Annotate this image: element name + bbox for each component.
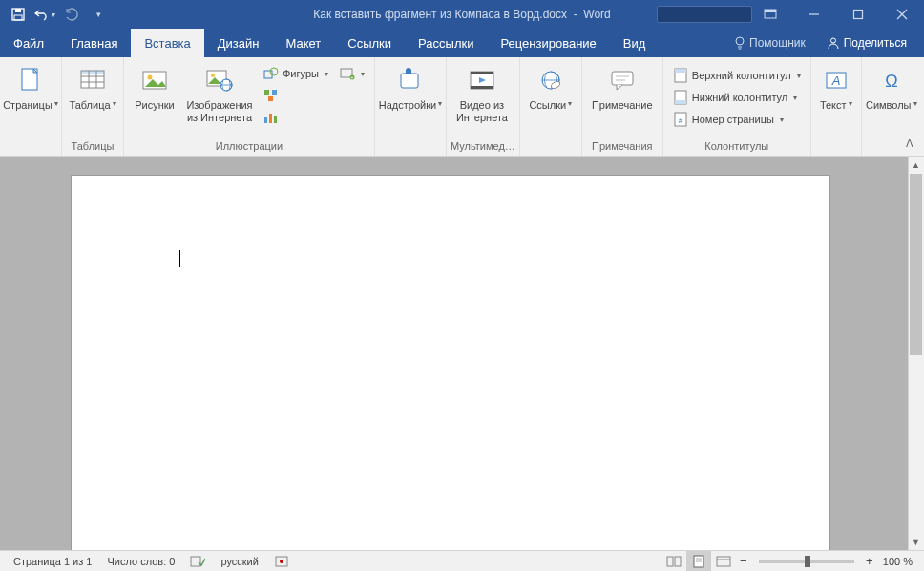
- svg-point-26: [270, 68, 278, 75]
- page-indicator[interactable]: Страница 1 из 1: [6, 551, 99, 571]
- comment-icon: [607, 65, 638, 95]
- language-indicator[interactable]: русский: [213, 551, 265, 571]
- chart-button[interactable]: [258, 107, 334, 128]
- person-icon: [827, 36, 840, 50]
- text-cursor: [179, 250, 180, 267]
- online-video-button[interactable]: Видео из Интернета: [451, 61, 514, 126]
- tables-group-label: Таблицы: [66, 138, 119, 156]
- table-button[interactable]: Таблица▾: [66, 61, 119, 126]
- header-button[interactable]: Верхний колонтитул▾: [667, 65, 807, 86]
- tab-home[interactable]: Главная: [57, 29, 131, 57]
- zoom-in-button[interactable]: +: [862, 554, 877, 569]
- svg-text:Ω: Ω: [885, 72, 897, 91]
- smartart-icon: [263, 88, 279, 103]
- svg-text:+: +: [350, 74, 353, 80]
- tab-review[interactable]: Рецензирование: [487, 29, 609, 57]
- vertical-scrollbar[interactable]: ▲ ▼: [908, 157, 924, 550]
- svg-rect-2: [14, 15, 22, 20]
- tell-me-search[interactable]: Помощник: [726, 36, 813, 50]
- document-area: ▲ ▼: [0, 157, 924, 550]
- collapse-ribbon-button[interactable]: ᐱ: [901, 135, 918, 152]
- addins-label: Надстройки: [379, 99, 436, 112]
- read-mode-button[interactable]: [662, 551, 686, 572]
- zoom-slider[interactable]: [759, 560, 854, 563]
- zoom-slider-thumb[interactable]: [805, 556, 810, 567]
- online-pictures-button[interactable]: Изображения из Интернета: [181, 61, 258, 126]
- online-pictures-label: Изображения из Интернета: [183, 99, 256, 123]
- tab-layout[interactable]: Макет: [272, 29, 334, 57]
- tab-insert[interactable]: Вставка: [131, 29, 203, 57]
- minimize-button[interactable]: [792, 0, 836, 29]
- macros-button[interactable]: [266, 551, 297, 571]
- document-name: Как вставить фрагмент из Компаса в Ворд.…: [313, 8, 567, 21]
- zoom-out-button[interactable]: −: [736, 554, 751, 569]
- addins-button[interactable]: Надстройки▾: [379, 61, 442, 126]
- svg-point-23: [211, 74, 215, 77]
- maximize-button[interactable]: [836, 0, 880, 29]
- account-placeholder: [657, 6, 752, 23]
- macro-icon: [274, 555, 289, 568]
- picture-icon: [139, 65, 170, 95]
- svg-point-56: [280, 560, 284, 563]
- tab-references[interactable]: Ссылки: [334, 29, 405, 57]
- svg-rect-19: [81, 71, 104, 74]
- zoom-level[interactable]: 100 %: [877, 556, 918, 567]
- symbols-label: Символы: [866, 99, 912, 112]
- screenshot-icon: +: [340, 66, 355, 81]
- ribbon-display-options[interactable]: [748, 0, 792, 29]
- header-icon: [673, 68, 688, 83]
- scroll-thumb[interactable]: [910, 174, 922, 355]
- svg-rect-29: [268, 96, 273, 101]
- scroll-down-button[interactable]: ▼: [908, 534, 924, 550]
- textbox-icon: A: [821, 65, 851, 95]
- svg-rect-57: [667, 557, 673, 566]
- symbols-button[interactable]: Ω Символы▾: [866, 61, 917, 126]
- group-tables: Таблица▾ Таблицы: [62, 57, 124, 156]
- tab-file[interactable]: Файл: [0, 29, 57, 57]
- tab-view[interactable]: Вид: [610, 29, 660, 57]
- chart-icon: [263, 110, 279, 125]
- footer-button[interactable]: Нижний колонтитул▾: [667, 87, 807, 108]
- svg-text:A: A: [830, 74, 840, 88]
- svg-rect-38: [471, 72, 494, 74]
- svg-rect-1: [15, 9, 21, 12]
- web-layout-button[interactable]: [711, 551, 736, 572]
- spellcheck-button[interactable]: [182, 551, 213, 571]
- comment-button[interactable]: Примечание: [586, 61, 659, 126]
- share-button[interactable]: Поделиться: [819, 36, 914, 50]
- close-button[interactable]: [880, 0, 924, 29]
- tab-design[interactable]: Дизайн: [204, 29, 273, 57]
- pages-button[interactable]: Страницы▾: [4, 61, 57, 126]
- redo-button[interactable]: [59, 2, 84, 27]
- group-headerfooter: Верхний колонтитул▾ Нижний колонтитул▾ #…: [663, 57, 811, 156]
- window-title: Как вставить фрагмент из Компаса в Ворд.…: [313, 8, 611, 21]
- ribbon: Страницы▾ Таблица▾ Таблицы Рисунки Изобр…: [0, 57, 924, 157]
- group-pages: Страницы▾: [0, 57, 62, 156]
- word-count[interactable]: Число слов: 0: [99, 551, 182, 571]
- group-links: Ссылки▾: [520, 57, 582, 156]
- video-icon: [467, 65, 497, 95]
- document-page[interactable]: [72, 176, 830, 550]
- scroll-up-button[interactable]: ▲: [908, 157, 924, 173]
- tab-mailings[interactable]: Рассылки: [405, 29, 487, 57]
- status-bar: Страница 1 из 1 Число слов: 0 русский − …: [0, 550, 924, 571]
- svg-text:#: #: [679, 116, 683, 125]
- save-button[interactable]: [6, 2, 31, 27]
- links-button[interactable]: Ссылки▾: [524, 61, 578, 126]
- print-layout-button[interactable]: [686, 551, 711, 572]
- undo-button[interactable]: ▾: [32, 2, 57, 27]
- text-button[interactable]: A Текст▾: [815, 61, 857, 126]
- smartart-button[interactable]: [258, 85, 334, 106]
- svg-rect-32: [274, 116, 277, 123]
- shapes-button[interactable]: Фигуры▾: [258, 63, 334, 84]
- app-name: Word: [583, 8, 610, 21]
- qat-customize[interactable]: ▾: [86, 2, 111, 27]
- svg-point-21: [148, 75, 153, 80]
- window-controls: [748, 0, 924, 29]
- pictures-button[interactable]: Рисунки: [128, 61, 181, 126]
- text-label: Текст: [820, 99, 847, 112]
- headerfooter-group-label: Колонтитулы: [667, 138, 807, 156]
- screenshot-button[interactable]: +▾: [334, 63, 370, 84]
- pages-label: Страницы: [3, 99, 52, 112]
- page-number-button[interactable]: #Номер страницы▾: [667, 109, 807, 130]
